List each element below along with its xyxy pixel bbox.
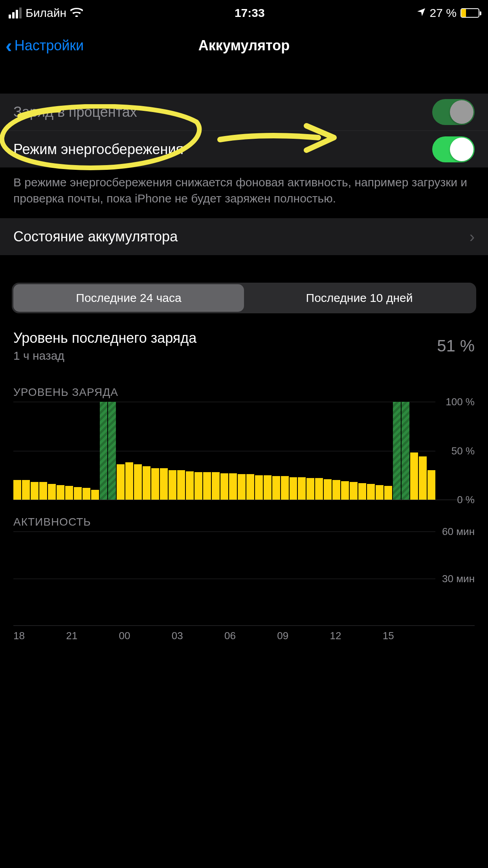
- bar: [194, 472, 202, 500]
- chevron-right-icon: ›: [470, 228, 475, 246]
- last-charge-block: Уровень последнего заряда 1 ч назад 51 %: [0, 313, 488, 370]
- nav-bar: ‹ Настройки Аккумулятор: [0, 26, 488, 65]
- battery-level-chart: 100 % 50 % 0 %: [13, 402, 475, 500]
- bar: [384, 486, 392, 500]
- bar: [427, 470, 435, 500]
- bar: [65, 486, 73, 500]
- bar: [272, 476, 280, 500]
- xtick: 03: [172, 630, 224, 642]
- bar: [186, 471, 194, 500]
- row-battery-percentage[interactable]: Заряд в процентах: [0, 94, 488, 131]
- activity-chart-title: АКТИВНОСТЬ: [0, 500, 488, 531]
- bar: [255, 475, 263, 500]
- cell-signal-icon: [9, 7, 22, 18]
- last-charge-value: 51 %: [437, 337, 475, 355]
- bar: [212, 472, 220, 500]
- last-charge-subtitle: 1 ч назад: [13, 349, 196, 362]
- bar: [134, 464, 142, 500]
- bar: [358, 483, 366, 500]
- bar: [57, 485, 64, 500]
- row-label: Заряд в процентах: [13, 104, 137, 120]
- ylabel: 100 %: [446, 396, 475, 408]
- switch-battery-percentage[interactable]: [432, 99, 475, 125]
- activity-chart: 60 мин 30 мин 1821000306091215: [13, 531, 475, 642]
- battery-icon: [460, 8, 479, 18]
- bar: [203, 472, 211, 500]
- seg-last-24h[interactable]: Последние 24 часа: [13, 284, 244, 312]
- last-charge-title: Уровень последнего заряда: [13, 329, 196, 347]
- location-icon: [416, 6, 426, 20]
- xtick: 15: [383, 630, 435, 642]
- battery-level-chart-title: УРОВЕНЬ ЗАРЯДА: [0, 370, 488, 402]
- xtick: 21: [66, 630, 119, 642]
- bar: [332, 480, 340, 500]
- bar: [402, 402, 409, 500]
- seg-last-10d[interactable]: Последние 10 дней: [244, 284, 475, 312]
- bar: [13, 480, 21, 500]
- clock-label: 17:33: [235, 6, 265, 20]
- low-power-footer: В режиме энергосбережения снижается фоно…: [0, 167, 488, 218]
- bar: [281, 476, 289, 500]
- bar: [125, 462, 133, 500]
- bar: [229, 473, 237, 500]
- bar: [143, 466, 150, 500]
- bar: [169, 470, 176, 500]
- ylabel: 0 %: [457, 494, 475, 506]
- bar: [83, 488, 90, 500]
- ylabel: 60 мин: [442, 526, 475, 538]
- bar: [246, 474, 254, 500]
- ylabel: 50 %: [451, 445, 475, 457]
- bar: [290, 477, 297, 500]
- bar: [91, 490, 99, 500]
- bar: [419, 456, 427, 500]
- bar: [177, 470, 185, 500]
- bar: [160, 468, 168, 500]
- carrier-label: Билайн: [26, 6, 66, 20]
- xtick: 18: [13, 630, 66, 642]
- bar: [108, 402, 116, 500]
- xtick: 12: [330, 630, 383, 642]
- bar: [350, 482, 358, 500]
- row-label: Состояние аккумулятора: [13, 228, 178, 245]
- bar: [100, 402, 108, 500]
- bar: [39, 482, 47, 500]
- bar: [367, 484, 375, 500]
- status-bar: Билайн 17:33 27 %: [0, 0, 488, 26]
- bar: [341, 481, 349, 500]
- time-range-segmented[interactable]: Последние 24 часа Последние 10 дней: [12, 283, 476, 313]
- bar: [238, 474, 246, 500]
- xtick: 09: [277, 630, 330, 642]
- row-battery-health[interactable]: Состояние аккумулятора ›: [0, 218, 488, 255]
- xtick: 06: [224, 630, 277, 642]
- row-label: Режим энергосбережения: [13, 141, 183, 158]
- bar: [393, 402, 401, 500]
- wifi-icon: [70, 6, 83, 20]
- xtick: 00: [119, 630, 172, 642]
- bar: [298, 477, 306, 500]
- bar: [410, 452, 418, 500]
- back-button[interactable]: ‹ Настройки: [6, 34, 84, 57]
- battery-pct-label: 27 %: [430, 6, 457, 20]
- bar: [31, 482, 39, 500]
- back-label: Настройки: [15, 37, 84, 54]
- row-low-power-mode[interactable]: Режим энергосбережения: [0, 131, 488, 167]
- switch-low-power-mode[interactable]: [432, 136, 475, 162]
- bar: [306, 478, 314, 500]
- chevron-left-icon: ‹: [6, 34, 12, 57]
- page-title: Аккумулятор: [198, 37, 290, 54]
- bar: [151, 468, 159, 500]
- bar: [324, 479, 332, 500]
- bar: [22, 480, 30, 500]
- bar: [48, 484, 56, 500]
- bar: [220, 473, 228, 500]
- ylabel: 30 мин: [442, 572, 475, 585]
- bar: [376, 485, 383, 500]
- bar: [315, 478, 323, 500]
- bar: [74, 487, 82, 500]
- bar: [264, 475, 272, 500]
- bar: [117, 464, 125, 500]
